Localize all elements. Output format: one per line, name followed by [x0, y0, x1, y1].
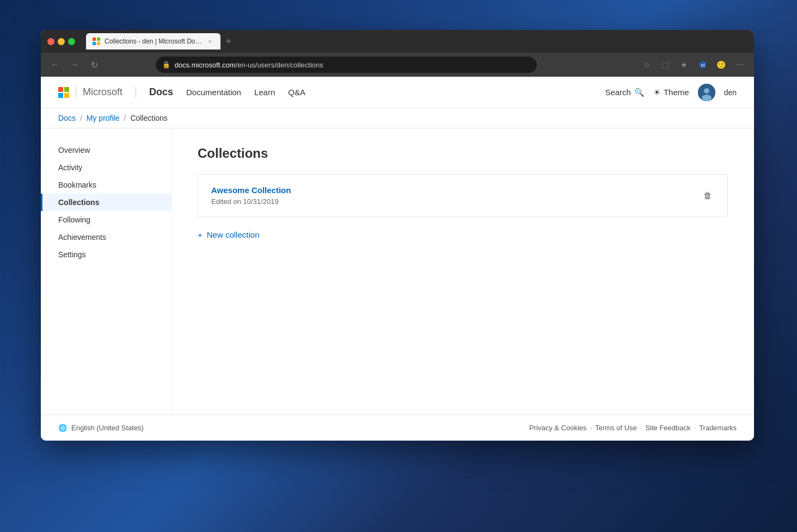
svg-point-8 [702, 95, 712, 101]
extensions-button[interactable]: ⬚ [658, 57, 673, 72]
footer-feedback[interactable]: Site Feedback [645, 424, 690, 432]
settings-button[interactable]: ⋯ [732, 57, 747, 72]
theme-icon: ☀ [653, 88, 660, 97]
emoji-button[interactable]: 🙂 [714, 57, 729, 72]
collection-card: Awesome Collection Edited on 10/31/2019 … [198, 174, 728, 217]
sidebar-item-following[interactable]: Following [41, 211, 171, 228]
user-name[interactable]: den [724, 88, 737, 97]
site-footer: 🌐 English (United States) Privacy & Cook… [41, 415, 754, 441]
ms-logo-grid [58, 87, 69, 98]
favorites-button[interactable]: ☆ [640, 57, 655, 72]
locale-text: English (United States) [71, 424, 144, 432]
footer-trademarks[interactable]: Trademarks [699, 424, 737, 432]
forward-button[interactable]: → [67, 57, 82, 72]
site-header: Microsoft Docs Documentation Learn Q&A S… [41, 77, 754, 108]
new-collection-button[interactable]: + New collection [198, 226, 728, 244]
search-icon: 🔍 [634, 88, 645, 97]
main-layout: Overview Activity Bookmarks Collections … [41, 128, 754, 415]
svg-rect-2 [93, 42, 96, 45]
theme-label: Theme [664, 88, 689, 97]
page-content: Microsoft Docs Documentation Learn Q&A S… [41, 77, 754, 441]
breadcrumb-sep-2: / [124, 114, 126, 122]
plus-icon: + [198, 230, 203, 239]
profile-button[interactable]: M [695, 57, 710, 72]
header-right: Search 🔍 ☀ Theme den [605, 84, 737, 101]
breadcrumb-docs[interactable]: Docs [58, 114, 76, 122]
collection-name[interactable]: Awesome Collection [211, 185, 291, 195]
svg-point-7 [704, 88, 709, 94]
page-title: Collections [198, 146, 728, 161]
collection-info: Awesome Collection Edited on 10/31/2019 [211, 185, 291, 206]
collection-date: Edited on 10/31/2019 [211, 197, 291, 206]
minimize-window-button[interactable] [58, 38, 65, 45]
back-button[interactable]: ← [47, 57, 63, 72]
footer-locale: 🌐 English (United States) [58, 424, 144, 432]
search-button[interactable]: Search 🔍 [605, 88, 645, 97]
footer-terms[interactable]: Terms of Use [595, 424, 637, 432]
tab-bar: Collections - den | Microsoft Do… × + [86, 33, 235, 50]
tab-close-button[interactable]: × [206, 38, 214, 45]
sidebar-item-achievements[interactable]: Achievements [41, 228, 171, 246]
breadcrumb-myprofile[interactable]: My profile [87, 114, 120, 122]
breadcrumb-bar: Docs / My profile / Collections [41, 108, 754, 128]
microsoft-logo: Microsoft [58, 86, 122, 98]
breadcrumb-current: Collections [130, 114, 167, 122]
learn-link[interactable]: Learn [254, 88, 275, 97]
maximize-window-button[interactable] [68, 38, 75, 45]
tab-favicon [93, 38, 100, 45]
user-avatar[interactable] [698, 84, 715, 101]
url-text: docs.microsoft.com/en-us/users/den/colle… [175, 61, 323, 69]
svg-rect-3 [97, 42, 100, 45]
sidebar-item-collections[interactable]: Collections [41, 194, 171, 211]
sidebar-item-bookmarks[interactable]: Bookmarks [41, 176, 171, 194]
documentation-link[interactable]: Documentation [186, 88, 241, 97]
svg-rect-1 [97, 38, 100, 41]
delete-collection-button[interactable]: 🗑 [701, 189, 714, 203]
collections-button[interactable]: ★ [677, 57, 692, 72]
breadcrumb-sep-1: / [80, 114, 82, 122]
address-bar: ← → ↻ 🔒 docs.microsoft.com/en-us/users/d… [41, 53, 754, 77]
url-bar[interactable]: 🔒 docs.microsoft.com/en-us/users/den/col… [156, 57, 537, 73]
site-nav: Documentation Learn Q&A [186, 88, 305, 97]
active-tab[interactable]: Collections - den | Microsoft Do… × [86, 33, 220, 50]
close-window-button[interactable] [47, 38, 54, 45]
title-bar: Collections - den | Microsoft Do… × + [41, 30, 754, 53]
sidebar-item-settings[interactable]: Settings [41, 246, 171, 263]
microsoft-text: Microsoft [76, 86, 122, 98]
search-label: Search [605, 88, 631, 97]
qa-link[interactable]: Q&A [288, 88, 305, 97]
footer-links: Privacy & Cookies · Terms of Use · Site … [529, 424, 737, 432]
toolbar-icons: ☆ ⬚ ★ M 🙂 ⋯ [640, 57, 747, 72]
content-area: Collections Awesome Collection Edited on… [171, 128, 754, 415]
refresh-button[interactable]: ↻ [87, 57, 102, 72]
sidebar: Overview Activity Bookmarks Collections … [41, 128, 171, 415]
nav-divider [136, 87, 136, 98]
theme-button[interactable]: ☀ Theme [653, 88, 689, 97]
new-collection-label: New collection [207, 230, 260, 239]
sidebar-item-activity[interactable]: Activity [41, 159, 171, 176]
sidebar-item-overview[interactable]: Overview [41, 141, 171, 159]
breadcrumb: Docs / My profile / Collections [58, 114, 168, 122]
globe-icon: 🌐 [58, 424, 67, 432]
browser-window: Collections - den | Microsoft Do… × + ← … [41, 30, 754, 441]
tab-title: Collections - den | Microsoft Do… [105, 38, 202, 45]
svg-rect-0 [93, 38, 96, 41]
lock-icon: 🔒 [162, 61, 170, 69]
new-tab-button[interactable]: + [223, 36, 235, 47]
traffic-lights [47, 38, 75, 45]
svg-text:M: M [701, 63, 705, 68]
docs-link[interactable]: Docs [149, 86, 173, 98]
footer-privacy[interactable]: Privacy & Cookies [529, 424, 586, 432]
